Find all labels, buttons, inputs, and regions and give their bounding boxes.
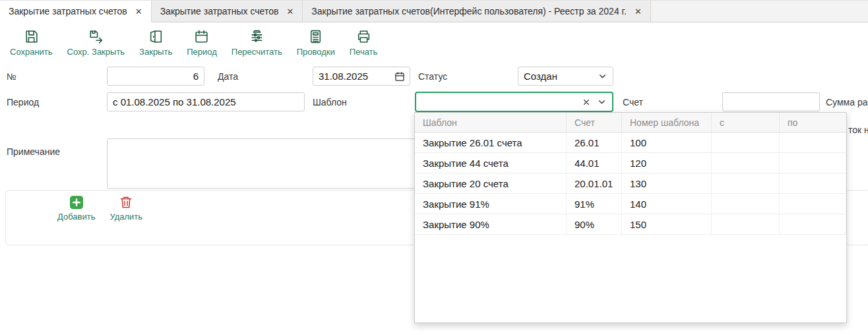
status-select[interactable]: Создан — [518, 67, 613, 86]
period-button-label: Период — [187, 47, 217, 57]
cell-account[interactable]: 26.01 — [567, 133, 622, 153]
note-label: Примечание — [7, 146, 60, 157]
add-row-button-label: Добавить — [57, 212, 95, 222]
cell-from[interactable] — [712, 214, 780, 235]
tab-label: Закрытие затратных счетов — [160, 6, 279, 16]
add-row-button[interactable]: Добавить — [57, 195, 95, 222]
cell-from[interactable] — [712, 194, 780, 214]
recalculate-icon — [249, 28, 265, 45]
date-label: Дата — [218, 71, 238, 82]
cell-number[interactable]: 120 — [622, 153, 712, 173]
save-close-button-label: Сохр. Закрыть — [67, 47, 125, 57]
cell-from[interactable] — [712, 133, 780, 153]
date-input[interactable] — [319, 71, 390, 82]
save-close-icon — [88, 28, 104, 45]
tab-bar: Закрытие затратных счетов ✕ Закрытие зат… — [0, 0, 868, 22]
period-button[interactable]: Период — [179, 27, 224, 58]
period-label: Период — [7, 97, 39, 107]
cell-template[interactable]: Закрытие 90% — [415, 214, 567, 235]
cell-number[interactable]: 150 — [622, 214, 712, 235]
door-close-icon — [148, 28, 164, 45]
save-button[interactable]: Сохранить — [3, 27, 60, 58]
tab-close-icon[interactable]: ✕ — [286, 7, 294, 16]
cell-template[interactable]: Закрытие 44 счета — [415, 153, 567, 173]
cell-template[interactable]: Закрытие 20 счета — [415, 173, 567, 194]
trash-icon — [119, 195, 133, 210]
number-input[interactable] — [107, 67, 204, 86]
date-field[interactable] — [313, 67, 410, 86]
account-input[interactable] — [722, 92, 820, 111]
period-input[interactable] — [107, 92, 305, 111]
tab-expense-accounts-2[interactable]: Закрытие затратных счетов ✕ — [152, 1, 303, 22]
status-value: Создан — [524, 71, 557, 82]
cell-to[interactable] — [780, 133, 846, 153]
main-toolbar: Сохранить Сохр. Закрыть Закрыть Период — [0, 23, 387, 64]
tab-close-icon[interactable]: ✕ — [635, 7, 642, 16]
dropdown-col-to[interactable]: по — [780, 113, 846, 133]
cell-account[interactable]: 91% — [567, 194, 622, 214]
template-dropdown-popup: Шаблон Счет Номер шаблона с по Закрытие … — [414, 112, 847, 323]
tab-label: Закрытие затратных счетов — [9, 6, 127, 16]
recalculate-button-label: Пересчитать — [232, 47, 282, 57]
cell-from[interactable] — [712, 173, 780, 194]
app-window: Закрытие затратных счетов ✕ Закрытие зат… — [0, 0, 868, 335]
printer-icon — [356, 28, 372, 45]
recalculate-button[interactable]: Пересчитать — [224, 27, 290, 58]
cell-to[interactable] — [780, 153, 846, 173]
save-close-button[interactable]: Сохр. Закрыть — [60, 27, 133, 58]
cell-to[interactable] — [780, 214, 846, 235]
tabbar-filler — [651, 1, 868, 22]
tab-label: Закрытие затратных счетов(Интерфейс поль… — [311, 6, 627, 16]
dropdown-col-from[interactable]: с — [712, 113, 780, 133]
cell-account[interactable]: 90% — [567, 214, 622, 235]
cell-number[interactable]: 140 — [622, 194, 712, 214]
template-combobox[interactable] — [415, 92, 613, 112]
dropdown-col-template[interactable]: Шаблон — [415, 113, 567, 133]
sum-label: Сумма рас — [826, 97, 868, 107]
print-button[interactable]: Печать — [342, 27, 385, 58]
chevron-down-icon — [598, 71, 607, 81]
add-icon — [69, 195, 84, 210]
close-button-label: Закрыть — [139, 47, 172, 57]
delete-row-button-label: Удалить — [109, 212, 142, 222]
clipped-right-label: ток н — [848, 125, 868, 135]
postings-button-label: Проводки — [297, 47, 335, 57]
delete-row-button[interactable]: Удалить — [109, 195, 142, 222]
print-button-label: Печать — [350, 47, 378, 57]
tab-registry-2024[interactable]: Закрытие затратных счетов(Интерфейс поль… — [303, 1, 651, 22]
cell-account[interactable]: 44.01 — [567, 153, 622, 173]
calendar-icon — [193, 28, 210, 45]
cell-number[interactable]: 100 — [622, 133, 712, 153]
postings-button[interactable]: Проводки — [290, 27, 342, 58]
tab-expense-accounts-1[interactable]: Закрытие затратных счетов ✕ — [0, 1, 152, 22]
cell-account[interactable]: 20.01.01 — [567, 173, 622, 194]
save-button-label: Сохранить — [10, 47, 53, 57]
close-button[interactable]: Закрыть — [132, 27, 179, 58]
cell-to[interactable] — [780, 194, 846, 214]
account-label: Счет — [623, 97, 643, 107]
dropdown-col-number[interactable]: Номер шаблона — [622, 113, 712, 133]
cell-number[interactable]: 130 — [622, 173, 712, 194]
note-input[interactable] — [107, 138, 417, 189]
calendar-picker-icon[interactable] — [394, 71, 405, 82]
cell-template[interactable]: Закрытие 26.01 счета — [415, 133, 567, 153]
template-label: Шаблон — [313, 97, 347, 107]
calculator-icon — [307, 28, 324, 45]
cell-to[interactable] — [780, 173, 846, 194]
template-input[interactable] — [421, 96, 576, 107]
template-dropdown-grid: Шаблон Счет Номер шаблона с по Закрытие … — [415, 113, 846, 235]
clear-icon[interactable] — [582, 98, 591, 107]
chevron-down-icon[interactable] — [597, 97, 607, 107]
status-label: Статус — [418, 71, 447, 82]
cell-from[interactable] — [712, 153, 780, 173]
save-icon — [23, 28, 40, 45]
number-label: № — [7, 71, 16, 82]
cell-template[interactable]: Закрытие 91% — [415, 194, 567, 214]
dropdown-col-account[interactable]: Счет — [567, 113, 622, 133]
tab-close-icon[interactable]: ✕ — [135, 7, 142, 16]
